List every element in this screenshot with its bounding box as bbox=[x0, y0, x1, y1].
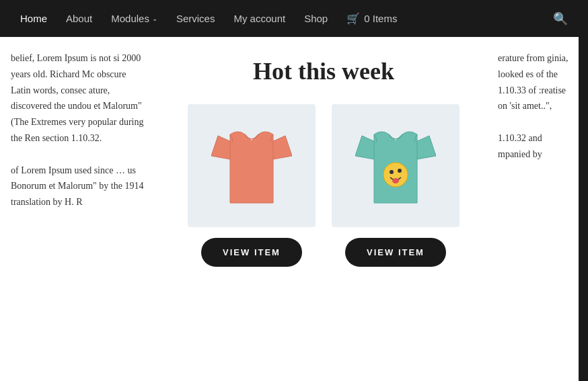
nav-about[interactable]: About bbox=[66, 13, 92, 24]
tshirt-teal-svg bbox=[355, 122, 436, 210]
item-image-teal bbox=[332, 104, 460, 227]
tshirt-orange-svg bbox=[211, 122, 292, 210]
right-paragraph-2: 1.10.32 and mpanied by bbox=[498, 130, 572, 163]
svg-point-2 bbox=[398, 169, 402, 173]
item-card-2: VIEW ITEM bbox=[332, 104, 460, 267]
page-body: belief, Lorem Ipsum is not si 2000 years… bbox=[0, 37, 588, 381]
cart-indicator[interactable]: 🛒 0 Items bbox=[346, 12, 397, 25]
nav-home[interactable]: Home bbox=[20, 13, 47, 24]
nav-services[interactable]: Services bbox=[176, 13, 215, 24]
right-edge-decoration bbox=[579, 37, 588, 381]
chevron-down-icon: ⌄ bbox=[152, 15, 157, 22]
center-content: Hot this week bbox=[156, 37, 491, 381]
cart-icon: 🛒 bbox=[346, 12, 360, 25]
svg-point-3 bbox=[392, 178, 399, 183]
item-card-1: VIEW ITEM bbox=[188, 104, 316, 267]
left-sidebar-text: belief, Lorem Ipsum is not si 2000 years… bbox=[0, 37, 156, 381]
nav-my-account[interactable]: My account bbox=[233, 13, 285, 24]
view-item-button-2[interactable]: VIEW ITEM bbox=[345, 238, 446, 267]
nav-modules[interactable]: Modules ⌄ bbox=[111, 13, 157, 24]
left-paragraph-1: belief, Lorem Ipsum is not si 2000 years… bbox=[11, 50, 145, 146]
nav-shop[interactable]: Shop bbox=[304, 13, 328, 24]
section-title: Hot this week bbox=[253, 57, 394, 85]
left-paragraph-2: of Lorem Ipsum used since … us Bonorum e… bbox=[11, 163, 145, 210]
cart-count: 0 Items bbox=[364, 13, 397, 24]
right-paragraph-1: erature from ginia, looked es of the 1.1… bbox=[498, 50, 572, 114]
view-item-button-1[interactable]: VIEW ITEM bbox=[201, 238, 302, 267]
navigation: Home About Modules ⌄ Services My account… bbox=[0, 0, 588, 37]
right-sidebar-text: erature from ginia, looked es of the 1.1… bbox=[491, 37, 579, 381]
svg-point-1 bbox=[390, 170, 394, 174]
items-row: VIEW ITEM bbox=[188, 104, 460, 267]
search-icon[interactable]: 🔍 bbox=[553, 11, 568, 26]
item-image-orange bbox=[188, 104, 316, 227]
